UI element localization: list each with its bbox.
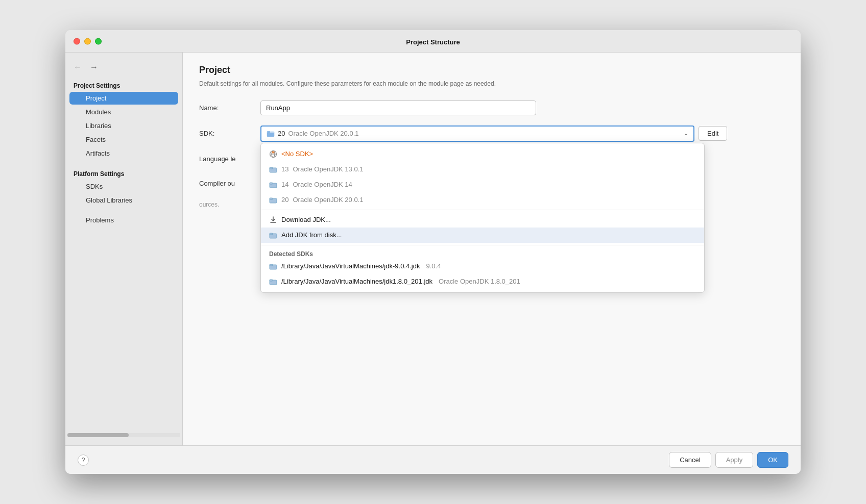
maximize-button[interactable] — [95, 38, 102, 44]
sdk-label: SDK: — [199, 130, 260, 137]
chevron-down-icon: ⌄ — [684, 130, 688, 137]
name-label: Name: — [199, 104, 260, 112]
title-bar: Project Structure — [65, 30, 801, 53]
dropdown-item-add-jdk[interactable]: Add JDK from disk... — [261, 228, 704, 243]
close-button[interactable] — [74, 38, 80, 44]
main-content: Project Default settings for all modules… — [183, 53, 801, 445]
sdk-row: SDK: 20 Oracle Ope — [199, 125, 784, 142]
dropdown-item-det1[interactable]: /Library/Java/JavaVirtualMachines/jdk-9.… — [261, 259, 704, 274]
globe-icon — [269, 150, 277, 158]
section-desc: Default settings for all modules. Config… — [199, 80, 784, 88]
dialog-content: ← → Project Settings Project Modules Lib… — [65, 53, 801, 445]
svg-rect-6 — [272, 151, 275, 153]
jdk13-num: 13 — [281, 165, 288, 173]
dropdown-item-jdk14[interactable]: 14 Oracle OpenJDK 14 — [261, 177, 704, 192]
language-level-label: Language le — [199, 155, 260, 163]
jdk20-num: 20 — [281, 196, 288, 204]
ok-button[interactable]: OK — [757, 452, 788, 468]
project-settings-section: Project Settings — [65, 78, 182, 91]
jdk14-name: Oracle OpenJDK 14 — [293, 181, 352, 188]
sidebar-item-problems[interactable]: Problems — [69, 214, 178, 226]
name-input[interactable] — [260, 100, 536, 115]
det2-folder-icon — [269, 278, 277, 286]
name-row: Name: — [199, 100, 784, 115]
apply-button[interactable]: Apply — [715, 452, 754, 468]
sidebar-item-libraries[interactable]: Libraries — [69, 119, 178, 132]
sidebar-item-project[interactable]: Project — [69, 92, 178, 105]
platform-settings-section: Platform Settings — [65, 166, 182, 180]
det2-version: Oracle OpenJDK 1.8.0_201 — [439, 278, 520, 285]
det1-path: /Library/Java/JavaVirtualMachines/jdk-9.… — [281, 262, 420, 270]
dropdown-item-jdk13[interactable]: 13 Oracle OpenJDK 13.0.1 — [261, 162, 704, 177]
dropdown-divider-2 — [261, 245, 704, 245]
sidebar: ← → Project Settings Project Modules Lib… — [65, 53, 183, 445]
dropdown-divider-1 — [261, 210, 704, 210]
help-button[interactable]: ? — [78, 455, 89, 466]
sidebar-divider — [65, 160, 182, 166]
sidebar-item-artifacts[interactable]: Artifacts — [69, 147, 178, 160]
sidebar-item-facets[interactable]: Facets — [69, 133, 178, 146]
svg-rect-1 — [267, 133, 274, 137]
download-icon — [269, 216, 277, 224]
dropdown-item-jdk20[interactable]: 20 Oracle OpenJDK 20.0.1 — [261, 192, 704, 208]
dropdown-item-no-sdk[interactable]: <No SDK> — [261, 146, 704, 162]
det1-folder-icon — [269, 262, 277, 270]
add-jdk-folder-icon — [269, 231, 277, 239]
sidebar-scrollbar[interactable] — [67, 433, 180, 437]
jdk20-name: Oracle OpenJDK 20.0.1 — [293, 196, 363, 204]
svg-rect-12 — [270, 198, 273, 199]
svg-rect-2 — [267, 131, 270, 133]
sdk-dropdown-wrapper: 20 Oracle OpenJDK 20.0.1 ⌄ Edit — [260, 125, 784, 142]
jdk13-name: Oracle OpenJDK 13.0.1 — [293, 165, 363, 173]
cancel-button[interactable]: Cancel — [669, 452, 711, 468]
dropdown-item-download-jdk[interactable]: Download JDK... — [261, 212, 704, 228]
jdk13-folder-icon — [269, 165, 277, 173]
minimize-button[interactable] — [84, 38, 91, 44]
name-control-wrapper — [260, 100, 784, 115]
sdk-selected-num: 20 — [278, 130, 285, 137]
jdk14-folder-icon — [269, 181, 277, 189]
project-structure-dialog: Project Structure ← → Project Settings P… — [65, 30, 801, 474]
edit-sdk-button[interactable]: Edit — [699, 126, 727, 141]
back-button[interactable]: ← — [74, 63, 82, 72]
sdk-folder-icon — [267, 130, 275, 138]
sidebar-item-modules[interactable]: Modules — [69, 106, 178, 118]
sidebar-divider-2 — [65, 207, 182, 213]
dropdown-item-det2[interactable]: /Library/Java/JavaVirtualMachines/jdk1.8… — [261, 274, 704, 289]
svg-rect-10 — [270, 183, 273, 184]
svg-rect-8 — [270, 167, 273, 169]
sdk-select-inner: 20 Oracle OpenJDK 20.0.1 — [267, 130, 359, 138]
compiler-output-label: Compiler ou — [199, 180, 260, 187]
det1-version: 9.0.4 — [426, 262, 441, 270]
det2-path: /Library/Java/JavaVirtualMachines/jdk1.8… — [281, 278, 432, 285]
add-jdk-label: Add JDK from disk... — [281, 231, 342, 239]
svg-rect-19 — [270, 280, 273, 281]
jdk14-num: 14 — [281, 181, 288, 188]
jdk20-folder-icon — [269, 196, 277, 204]
detected-sdks-label: Detected SDKs — [261, 247, 704, 259]
nav-back-forward: ← → — [65, 61, 182, 78]
svg-rect-15 — [270, 233, 273, 235]
sdk-select[interactable]: 20 Oracle OpenJDK 20.0.1 ⌄ — [260, 125, 694, 142]
forward-button[interactable]: → — [90, 63, 98, 72]
sdk-dropdown-menu: <No SDK> 13 Oracle OpenJDK 13.0 — [260, 143, 705, 293]
sidebar-item-global-libraries[interactable]: Global Libraries — [69, 194, 178, 207]
download-jdk-label: Download JDK... — [281, 216, 331, 223]
section-title: Project — [199, 65, 784, 75]
footer: ? Cancel Apply OK — [65, 445, 801, 474]
svg-rect-17 — [270, 264, 273, 266]
sdk-selected-name: Oracle OpenJDK 20.0.1 — [288, 130, 358, 137]
sidebar-item-sdks[interactable]: SDKs — [69, 180, 178, 193]
dialog-title: Project Structure — [406, 38, 460, 46]
traffic-lights — [74, 38, 102, 44]
no-sdk-label: <No SDK> — [281, 150, 313, 158]
